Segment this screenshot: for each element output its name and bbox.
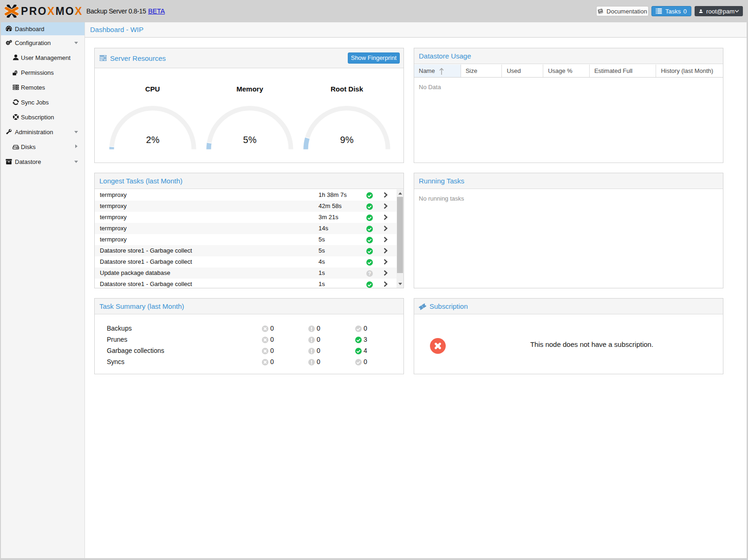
task-duration: 5s [319, 234, 325, 245]
sidebar-item-label: Sync Jobs [21, 99, 49, 106]
task-row[interactable]: termproxy42m 58s [95, 201, 403, 212]
summary-ok-icon [355, 359, 362, 365]
user-menu-button[interactable]: root@pam [695, 6, 743, 16]
expander-right-icon[interactable] [74, 144, 78, 149]
scroll-up-arrow-icon[interactable] [397, 190, 403, 197]
scrollbar-thumb[interactable] [397, 197, 403, 273]
open-task-chevron-icon[interactable] [384, 270, 388, 276]
column-header-usage-[interactable]: Usage % [543, 65, 590, 77]
column-header-size[interactable]: Size [461, 65, 502, 77]
sidebar-item-user-management[interactable]: User Management [1, 50, 85, 65]
summary-error-count: 0 [270, 345, 274, 356]
show-fingerprint-button[interactable]: Show Fingerprint [348, 52, 400, 64]
wordmark-segment: X [47, 5, 56, 17]
page-title: Dashboard - WIP [90, 22, 143, 37]
tasks-label: Tasks [665, 8, 681, 15]
sidebar-item-label: Configuration [15, 39, 51, 46]
task-row[interactable]: termproxy3m 21s [95, 212, 403, 223]
wrench-icon [5, 128, 13, 136]
task-status-ok-icon [366, 203, 373, 210]
vertical-scrollbar[interactable] [397, 189, 403, 288]
column-header-used[interactable]: Used [502, 65, 543, 77]
sidebar-item-permissions[interactable]: Permissions [1, 65, 85, 80]
task-name: Update package database [100, 267, 170, 279]
open-task-chevron-icon[interactable] [384, 226, 388, 231]
task-name: Datastore store1 - Garbage collect [100, 279, 192, 288]
summary-error-count: 0 [270, 323, 274, 334]
summary-warning-icon [308, 348, 315, 354]
sidebar-item-label: Datastore [15, 158, 41, 165]
user-label: root@pam [706, 8, 735, 15]
documentation-label: Documentation [606, 8, 647, 15]
beta-link[interactable]: BETA [148, 0, 165, 22]
datastore-grid-header: NameSizeUsedUsage %Estimated FullHistory… [414, 65, 723, 78]
task-name: termproxy [100, 234, 127, 245]
running-tasks-header: Running Tasks [414, 173, 723, 189]
task-duration: 1s [319, 279, 325, 288]
open-task-chevron-icon[interactable] [384, 203, 388, 209]
running-tasks-empty-text: No running tasks [419, 195, 464, 202]
summary-error-count: 0 [270, 334, 274, 345]
summary-error-icon [262, 359, 268, 365]
proxmox-wordmark: PROXMOX [21, 5, 83, 18]
sidebar-item-sync-jobs[interactable]: Sync Jobs [1, 95, 85, 110]
gauge-value-text: 2% [146, 135, 159, 145]
column-header-name[interactable]: Name [414, 65, 461, 77]
column-header-history-last-month-[interactable]: History (last Month) [656, 65, 723, 77]
task-status-unknown-icon [366, 270, 373, 277]
open-task-chevron-icon[interactable] [384, 192, 388, 198]
datastore-empty-text: No Data [419, 84, 441, 91]
summary-error-icon [262, 326, 268, 332]
summary-error-icon [262, 337, 268, 343]
gauge-value-text: 5% [243, 135, 257, 145]
sidebar-item-administration[interactable]: Administration [1, 124, 85, 139]
sidebar-item-configuration[interactable]: Configuration [1, 35, 85, 50]
refresh-icon [12, 98, 20, 106]
subscription-panel: Subscription This node does not have a s… [414, 298, 723, 374]
task-row[interactable]: termproxy5s [95, 234, 403, 245]
content-toolbar: Dashboard - WIP [85, 22, 747, 38]
column-header-estimated-full[interactable]: Estimated Full [590, 65, 657, 77]
sidebar-item-label: Dashboard [15, 26, 45, 33]
summary-row-prunes: Prunes003 [95, 334, 403, 345]
open-task-chevron-icon[interactable] [384, 237, 388, 242]
tasks-count-badge: 0 [683, 8, 687, 15]
proxmox-x-logo-icon [5, 5, 19, 18]
open-task-chevron-icon[interactable] [384, 281, 388, 287]
hdd-icon [12, 143, 20, 150]
documentation-button[interactable]: Documentation [596, 6, 649, 16]
sidebar-item-datastore[interactable]: Datastore [1, 154, 85, 169]
summary-ok-count: 3 [364, 334, 367, 345]
sidebar-item-dashboard[interactable]: Dashboard [1, 22, 85, 35]
task-duration: 1h 38m 7s [319, 189, 347, 201]
task-row[interactable]: Datastore store1 - Garbage collect5s [95, 245, 403, 256]
expander-down-icon[interactable] [74, 130, 78, 134]
task-row[interactable]: Update package database1s [95, 267, 403, 279]
summary-row-garbage-collections: Garbage collections004 [95, 345, 403, 356]
subscription-body: This node does not have a subscription. [414, 315, 723, 374]
scroll-down-arrow-icon[interactable] [397, 280, 403, 287]
no-subscription-error-icon [430, 338, 446, 354]
task-row[interactable]: termproxy14s [95, 223, 403, 234]
summary-ok-count: 0 [364, 323, 367, 334]
expander-down-icon[interactable] [74, 159, 78, 164]
task-row[interactable]: termproxy1h 38m 7s [95, 189, 403, 201]
task-duration: 42m 58s [319, 201, 342, 212]
open-task-chevron-icon[interactable] [384, 248, 388, 254]
task-summary-title: Task Summary (last Month) [99, 302, 184, 310]
open-task-chevron-icon[interactable] [384, 215, 388, 220]
sidebar-item-subscription[interactable]: Subscription [1, 110, 85, 124]
task-row[interactable]: Datastore store1 - Garbage collect4s [95, 256, 403, 267]
expander-down-icon[interactable] [74, 40, 78, 45]
summary-ok-icon [355, 348, 362, 354]
summary-label: Backups [107, 323, 132, 334]
tasks-button[interactable]: Tasks 0 [651, 6, 691, 16]
summary-warning-count: 0 [317, 356, 320, 367]
sidebar-item-disks[interactable]: Disks [1, 139, 85, 154]
task-row[interactable]: Datastore store1 - Garbage collect1s [95, 279, 403, 288]
wordmark-segment: MO [55, 5, 75, 17]
task-status-ok-icon [366, 237, 373, 243]
sidebar-item-remotes[interactable]: Remotes [1, 80, 85, 95]
server-resources-title: Server Resources [110, 54, 166, 62]
open-task-chevron-icon[interactable] [384, 259, 388, 265]
